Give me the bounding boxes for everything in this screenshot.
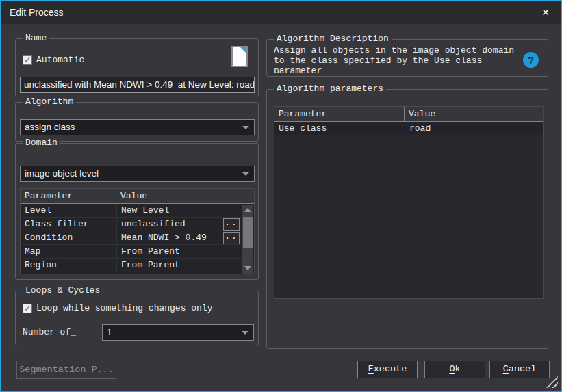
loops-group-label: Loops & Cycles xyxy=(23,285,103,296)
dialog-title: Edit Process xyxy=(10,1,64,24)
parameters-table-row[interactable]: Use classroad xyxy=(274,122,543,135)
scroll-down-icon[interactable] xyxy=(242,263,253,274)
name-group-label: Name xyxy=(23,33,49,43)
process-name-input[interactable]: unclassified with Mean NDWI > 0.49 at Ne… xyxy=(20,77,255,93)
parameter-cell: Class filter xyxy=(21,218,116,231)
scrollbar-thumb[interactable] xyxy=(243,217,253,248)
domain-table-row[interactable]: ConditionMean NDWI > 0.49.. xyxy=(21,231,254,245)
algorithm-selected-value: assign class xyxy=(25,120,75,135)
number-of-select[interactable]: 1 xyxy=(102,324,254,341)
edit-process-dialog: Edit Process ✕ Name Automatic unclassifi… xyxy=(0,0,562,392)
domain-group: Domain image object level Parameter Valu… xyxy=(15,143,259,280)
loops-cycles-group: Loops & Cycles Loop while something chan… xyxy=(15,291,259,345)
name-group: Name Automatic unclassified with Mean ND… xyxy=(15,38,259,96)
domain-table-header: Parameter Value xyxy=(21,189,254,204)
help-icon[interactable]: ? xyxy=(523,52,539,68)
automatic-checkbox-label: Automatic xyxy=(36,55,84,65)
cancel-button[interactable]: Cancel xyxy=(489,361,550,378)
algorithm-description-group: Algorithm Description Assign all objects… xyxy=(266,39,548,77)
domain-select[interactable]: image object level xyxy=(20,166,255,182)
automatic-checkbox[interactable] xyxy=(23,55,32,65)
parameter-cell: Map xyxy=(21,245,116,259)
description-group-label: Algorithm Description xyxy=(274,34,392,44)
parameters-table-empty-area xyxy=(274,135,543,298)
domain-selected-value: image object level xyxy=(25,166,99,181)
execute-button[interactable]: Execute xyxy=(357,361,418,378)
page-fold-icon xyxy=(240,47,246,53)
algorithm-group: Algorithm assign class xyxy=(15,102,259,142)
parameter-cell: Use class xyxy=(274,122,405,135)
chevron-down-icon xyxy=(242,172,249,176)
domain-table-body: LevelNew LevelClass filterunclassified..… xyxy=(21,204,254,272)
domain-header-value: Value xyxy=(116,189,254,204)
parameters-group-label: Algorithm parameters xyxy=(274,83,386,94)
domain-table-scrollbar[interactable] xyxy=(242,205,253,274)
domain-parameters-table: Parameter Value LevelNew LevelClass filt… xyxy=(20,188,255,274)
domain-table-row[interactable]: RegionFrom Parent xyxy=(21,259,254,272)
domain-table-row[interactable]: LevelNew Level xyxy=(21,204,254,218)
column-divider xyxy=(405,135,405,298)
close-icon[interactable]: ✕ xyxy=(539,5,552,19)
segmentation-preview-button: Segmentation P... xyxy=(16,361,116,379)
parameters-table-body: Use classroad xyxy=(274,122,543,135)
titlebar: Edit Process ✕ xyxy=(1,1,561,24)
algorithm-description-text: Assign all objects in the image object d… xyxy=(274,45,515,73)
domain-table-row[interactable]: Class filterunclassified.. xyxy=(21,218,254,231)
ok-button[interactable]: Ok xyxy=(424,361,485,378)
ellipsis-button[interactable]: .. xyxy=(223,218,240,231)
parameters-header-value: Value xyxy=(405,107,543,122)
chevron-down-icon xyxy=(242,126,249,129)
value-cell: New Level xyxy=(116,204,242,218)
new-document-icon[interactable] xyxy=(231,46,248,67)
value-cell: road xyxy=(405,122,543,135)
parameters-header-parameter: Parameter xyxy=(274,107,405,122)
loop-while-checkbox[interactable] xyxy=(23,304,32,313)
value-cell: From Parent xyxy=(116,259,242,272)
domain-table-row[interactable]: MapFrom Parent xyxy=(21,245,254,259)
parameter-cell: Level xyxy=(21,204,116,218)
algorithm-select[interactable]: assign class xyxy=(20,119,255,135)
algorithm-parameters-group: Algorithm parameters Parameter Value Use… xyxy=(266,89,548,349)
domain-group-label: Domain xyxy=(23,138,60,148)
algorithm-parameters-table: Parameter Value Use classroad xyxy=(274,106,544,299)
chevron-down-icon xyxy=(242,331,248,335)
loop-while-checkbox-label: Loop while something changes only xyxy=(36,303,212,313)
number-of-label: Number of_ xyxy=(23,327,76,337)
ellipsis-button[interactable]: .. xyxy=(223,232,240,244)
domain-header-parameter: Parameter xyxy=(21,189,116,204)
number-of-value: 1 xyxy=(107,325,112,340)
scroll-up-icon[interactable] xyxy=(242,205,253,215)
parameters-table-header: Parameter Value xyxy=(274,107,543,122)
value-cell: From Parent xyxy=(116,245,242,259)
algorithm-group-label: Algorithm xyxy=(23,96,76,107)
parameter-cell: Condition xyxy=(21,231,116,245)
parameter-cell: Region xyxy=(21,259,116,272)
